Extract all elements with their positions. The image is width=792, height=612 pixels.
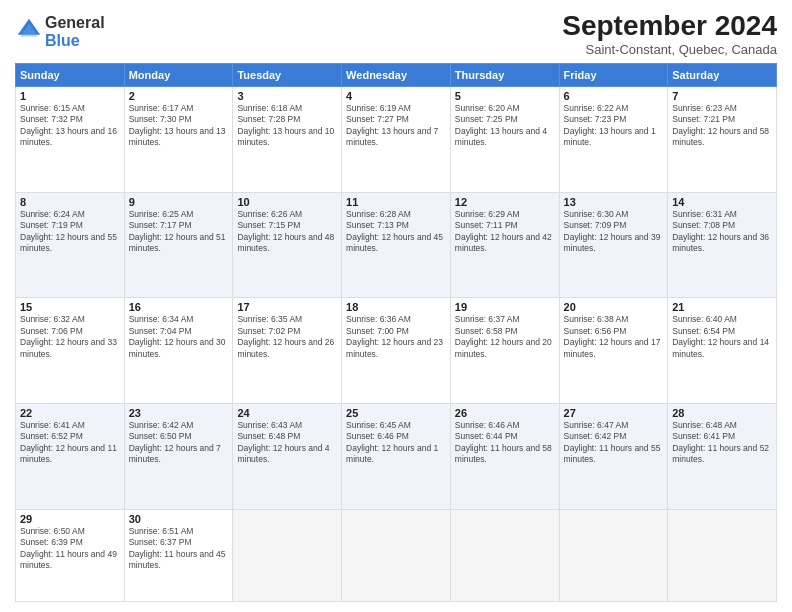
table-row: 2 Sunrise: 6:17 AMSunset: 7:30 PMDayligh… <box>124 87 233 193</box>
table-row: 15 Sunrise: 6:32 AMSunset: 7:06 PMDaylig… <box>16 298 125 404</box>
day-number: 23 <box>129 407 229 419</box>
calendar-week-row: 8 Sunrise: 6:24 AMSunset: 7:19 PMDayligh… <box>16 192 777 298</box>
day-detail: Sunrise: 6:31 AMSunset: 7:08 PMDaylight:… <box>672 209 772 255</box>
table-row: 10 Sunrise: 6:26 AMSunset: 7:15 PMDaylig… <box>233 192 342 298</box>
day-detail: Sunrise: 6:51 AMSunset: 6:37 PMDaylight:… <box>129 526 229 572</box>
day-number: 13 <box>564 196 664 208</box>
table-row: 5 Sunrise: 6:20 AMSunset: 7:25 PMDayligh… <box>450 87 559 193</box>
day-number: 6 <box>564 90 664 102</box>
table-row <box>450 509 559 601</box>
day-number: 12 <box>455 196 555 208</box>
table-row: 12 Sunrise: 6:29 AMSunset: 7:11 PMDaylig… <box>450 192 559 298</box>
day-detail: Sunrise: 6:40 AMSunset: 6:54 PMDaylight:… <box>672 314 772 360</box>
day-detail: Sunrise: 6:50 AMSunset: 6:39 PMDaylight:… <box>20 526 120 572</box>
day-detail: Sunrise: 6:17 AMSunset: 7:30 PMDaylight:… <box>129 103 229 149</box>
day-detail: Sunrise: 6:15 AMSunset: 7:32 PMDaylight:… <box>20 103 120 149</box>
page: General Blue September 2024 Saint-Consta… <box>0 0 792 612</box>
day-number: 3 <box>237 90 337 102</box>
day-detail: Sunrise: 6:24 AMSunset: 7:19 PMDaylight:… <box>20 209 120 255</box>
day-detail: Sunrise: 6:34 AMSunset: 7:04 PMDaylight:… <box>129 314 229 360</box>
day-detail: Sunrise: 6:42 AMSunset: 6:50 PMDaylight:… <box>129 420 229 466</box>
table-row <box>233 509 342 601</box>
day-number: 20 <box>564 301 664 313</box>
calendar-week-row: 22 Sunrise: 6:41 AMSunset: 6:52 PMDaylig… <box>16 403 777 509</box>
day-number: 7 <box>672 90 772 102</box>
day-detail: Sunrise: 6:47 AMSunset: 6:42 PMDaylight:… <box>564 420 664 466</box>
day-detail: Sunrise: 6:45 AMSunset: 6:46 PMDaylight:… <box>346 420 446 466</box>
day-detail: Sunrise: 6:38 AMSunset: 6:56 PMDaylight:… <box>564 314 664 360</box>
table-row: 6 Sunrise: 6:22 AMSunset: 7:23 PMDayligh… <box>559 87 668 193</box>
table-row: 7 Sunrise: 6:23 AMSunset: 7:21 PMDayligh… <box>668 87 777 193</box>
table-row: 9 Sunrise: 6:25 AMSunset: 7:17 PMDayligh… <box>124 192 233 298</box>
calendar-table: Sunday Monday Tuesday Wednesday Thursday… <box>15 63 777 602</box>
day-number: 30 <box>129 513 229 525</box>
day-detail: Sunrise: 6:48 AMSunset: 6:41 PMDaylight:… <box>672 420 772 466</box>
location-subtitle: Saint-Constant, Quebec, Canada <box>562 42 777 57</box>
table-row: 24 Sunrise: 6:43 AMSunset: 6:48 PMDaylig… <box>233 403 342 509</box>
day-number: 15 <box>20 301 120 313</box>
table-row: 27 Sunrise: 6:47 AMSunset: 6:42 PMDaylig… <box>559 403 668 509</box>
calendar-week-row: 15 Sunrise: 6:32 AMSunset: 7:06 PMDaylig… <box>16 298 777 404</box>
day-number: 1 <box>20 90 120 102</box>
day-number: 19 <box>455 301 555 313</box>
logo-blue: Blue <box>45 32 105 50</box>
table-row: 26 Sunrise: 6:46 AMSunset: 6:44 PMDaylig… <box>450 403 559 509</box>
table-row: 21 Sunrise: 6:40 AMSunset: 6:54 PMDaylig… <box>668 298 777 404</box>
table-row: 11 Sunrise: 6:28 AMSunset: 7:13 PMDaylig… <box>342 192 451 298</box>
day-number: 29 <box>20 513 120 525</box>
day-detail: Sunrise: 6:20 AMSunset: 7:25 PMDaylight:… <box>455 103 555 149</box>
table-row: 8 Sunrise: 6:24 AMSunset: 7:19 PMDayligh… <box>16 192 125 298</box>
day-detail: Sunrise: 6:22 AMSunset: 7:23 PMDaylight:… <box>564 103 664 149</box>
table-row: 13 Sunrise: 6:30 AMSunset: 7:09 PMDaylig… <box>559 192 668 298</box>
header: General Blue September 2024 Saint-Consta… <box>15 10 777 57</box>
day-detail: Sunrise: 6:18 AMSunset: 7:28 PMDaylight:… <box>237 103 337 149</box>
day-number: 21 <box>672 301 772 313</box>
logo-icon <box>15 16 43 44</box>
day-detail: Sunrise: 6:43 AMSunset: 6:48 PMDaylight:… <box>237 420 337 466</box>
col-saturday: Saturday <box>668 64 777 87</box>
col-tuesday: Tuesday <box>233 64 342 87</box>
calendar-header-row: Sunday Monday Tuesday Wednesday Thursday… <box>16 64 777 87</box>
day-number: 5 <box>455 90 555 102</box>
day-detail: Sunrise: 6:25 AMSunset: 7:17 PMDaylight:… <box>129 209 229 255</box>
table-row <box>342 509 451 601</box>
day-detail: Sunrise: 6:35 AMSunset: 7:02 PMDaylight:… <box>237 314 337 360</box>
day-detail: Sunrise: 6:30 AMSunset: 7:09 PMDaylight:… <box>564 209 664 255</box>
table-row: 3 Sunrise: 6:18 AMSunset: 7:28 PMDayligh… <box>233 87 342 193</box>
day-detail: Sunrise: 6:36 AMSunset: 7:00 PMDaylight:… <box>346 314 446 360</box>
day-number: 22 <box>20 407 120 419</box>
day-number: 28 <box>672 407 772 419</box>
table-row: 17 Sunrise: 6:35 AMSunset: 7:02 PMDaylig… <box>233 298 342 404</box>
col-wednesday: Wednesday <box>342 64 451 87</box>
col-sunday: Sunday <box>16 64 125 87</box>
col-thursday: Thursday <box>450 64 559 87</box>
day-number: 18 <box>346 301 446 313</box>
table-row: 4 Sunrise: 6:19 AMSunset: 7:27 PMDayligh… <box>342 87 451 193</box>
table-row <box>559 509 668 601</box>
table-row: 29 Sunrise: 6:50 AMSunset: 6:39 PMDaylig… <box>16 509 125 601</box>
logo-text: General Blue <box>45 14 105 49</box>
day-number: 25 <box>346 407 446 419</box>
day-detail: Sunrise: 6:41 AMSunset: 6:52 PMDaylight:… <box>20 420 120 466</box>
day-number: 17 <box>237 301 337 313</box>
day-number: 9 <box>129 196 229 208</box>
table-row: 28 Sunrise: 6:48 AMSunset: 6:41 PMDaylig… <box>668 403 777 509</box>
day-number: 8 <box>20 196 120 208</box>
month-year-title: September 2024 <box>562 10 777 42</box>
logo: General Blue <box>15 14 105 49</box>
day-detail: Sunrise: 6:19 AMSunset: 7:27 PMDaylight:… <box>346 103 446 149</box>
table-row: 25 Sunrise: 6:45 AMSunset: 6:46 PMDaylig… <box>342 403 451 509</box>
table-row: 22 Sunrise: 6:41 AMSunset: 6:52 PMDaylig… <box>16 403 125 509</box>
day-detail: Sunrise: 6:23 AMSunset: 7:21 PMDaylight:… <box>672 103 772 149</box>
table-row: 1 Sunrise: 6:15 AMSunset: 7:32 PMDayligh… <box>16 87 125 193</box>
table-row: 19 Sunrise: 6:37 AMSunset: 6:58 PMDaylig… <box>450 298 559 404</box>
day-number: 4 <box>346 90 446 102</box>
col-monday: Monday <box>124 64 233 87</box>
table-row: 23 Sunrise: 6:42 AMSunset: 6:50 PMDaylig… <box>124 403 233 509</box>
table-row: 30 Sunrise: 6:51 AMSunset: 6:37 PMDaylig… <box>124 509 233 601</box>
day-detail: Sunrise: 6:28 AMSunset: 7:13 PMDaylight:… <box>346 209 446 255</box>
day-number: 16 <box>129 301 229 313</box>
table-row: 16 Sunrise: 6:34 AMSunset: 7:04 PMDaylig… <box>124 298 233 404</box>
calendar-week-row: 29 Sunrise: 6:50 AMSunset: 6:39 PMDaylig… <box>16 509 777 601</box>
logo-general: General <box>45 14 105 32</box>
